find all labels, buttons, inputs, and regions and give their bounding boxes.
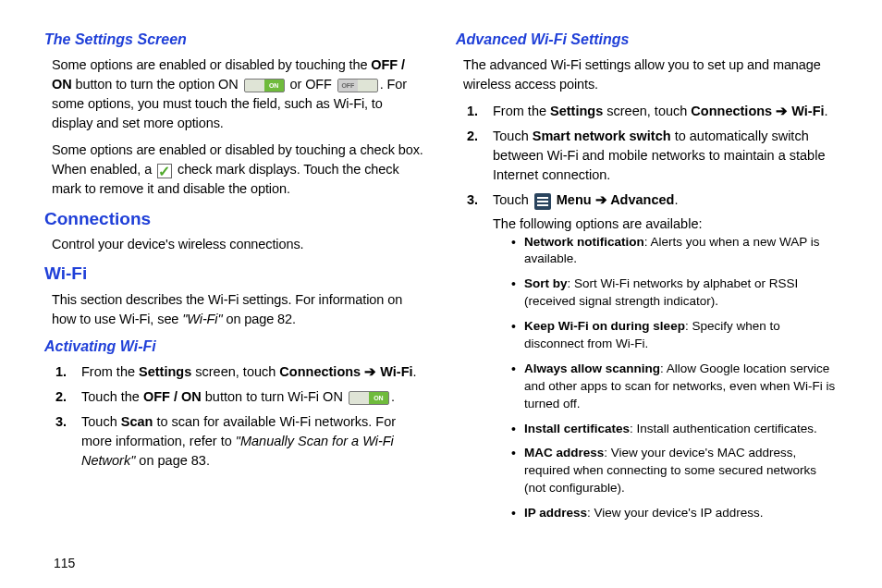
- opt-network-notification: Network notification: Alerts you when a …: [511, 234, 838, 269]
- para-connections: Control your device's wireless connectio…: [52, 235, 426, 254]
- para-wifi: This section describes the Wi-Fi setting…: [52, 290, 426, 329]
- toggle-on-icon: ON: [244, 79, 285, 92]
- toggle-off-icon: OFF: [337, 79, 378, 92]
- step-1: From the Settings screen, touch Connecti…: [55, 362, 426, 382]
- heading-advanced-wifi: Advanced Wi-Fi Settings: [456, 30, 838, 50]
- heading-activating-wifi: Activating Wi-Fi: [44, 337, 426, 357]
- page-number: 115: [54, 555, 75, 573]
- opt-keep-wifi-sleep: Keep Wi-Fi on during sleep: Specify when…: [511, 318, 838, 353]
- advanced-options: Network notification: Alerts you when a …: [511, 234, 838, 522]
- left-column: The Settings Screen Some options are ena…: [44, 30, 426, 570]
- step-3: Touch Scan to scan for available Wi-Fi n…: [55, 412, 426, 471]
- opt-sort-by: Sort by: Sort Wi-Fi networks by alphabet…: [511, 276, 838, 311]
- para-checkbox: Some options are enabled or disabled by …: [52, 141, 426, 199]
- heading-wifi: Wi-Fi: [44, 262, 426, 287]
- opt-ip-address: IP address: View your device's IP addres…: [511, 505, 838, 522]
- para-advanced: The advanced Wi-Fi settings allow you to…: [463, 55, 838, 94]
- adv-step-3: Touch Menu ➔ Advanced. The following opt…: [467, 190, 838, 522]
- heading-settings-screen: The Settings Screen: [44, 30, 426, 50]
- para-offon: Some options are enabled or disabled by …: [52, 55, 426, 133]
- opt-always-scanning: Always allow scanning: Allow Google loca…: [511, 361, 838, 413]
- right-column: Advanced Wi-Fi Settings The advanced Wi-…: [456, 30, 838, 570]
- checkmark-icon: [157, 164, 172, 178]
- menu-icon: [534, 193, 551, 210]
- adv-step-2: Touch Smart network switch to automatica…: [467, 127, 838, 185]
- activating-steps: From the Settings screen, touch Connecti…: [55, 362, 426, 471]
- opt-install-certs: Install certificates: Install authentica…: [511, 421, 838, 438]
- advanced-steps: From the Settings screen, touch Connecti…: [467, 102, 838, 522]
- opt-mac-address: MAC address: View your device's MAC addr…: [511, 445, 838, 497]
- adv-step-1: From the Settings screen, touch Connecti…: [467, 102, 838, 121]
- heading-connections: Connections: [44, 207, 426, 232]
- step-2: Touch the OFF / ON button to turn Wi-Fi …: [55, 387, 426, 407]
- toggle-on-icon: ON: [349, 391, 389, 405]
